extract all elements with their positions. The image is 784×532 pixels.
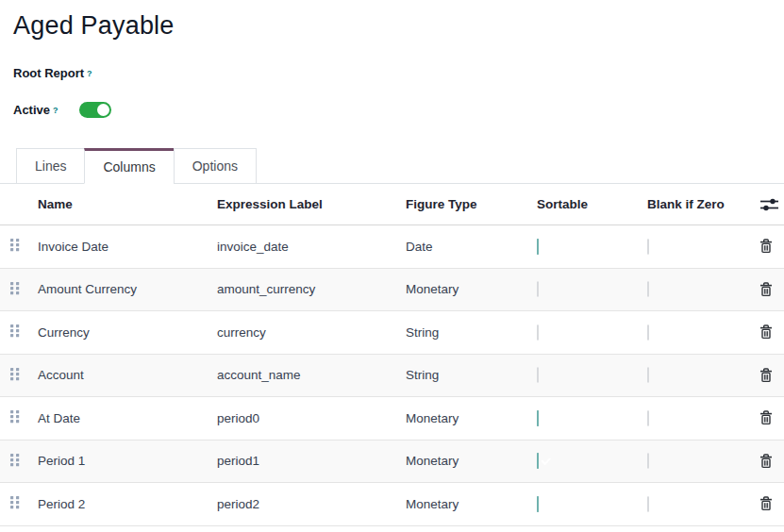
figure-type-cell[interactable]: Monetary bbox=[406, 282, 533, 296]
table-row: Amount Currency amount_currency Monetary bbox=[0, 269, 784, 312]
column-name-cell[interactable]: Period 2 bbox=[38, 497, 217, 511]
header-sortable[interactable]: Sortable bbox=[533, 197, 643, 211]
figure-type-cell[interactable]: String bbox=[406, 368, 533, 382]
root-report-label: Root Report bbox=[13, 66, 84, 80]
tab-lines[interactable]: Lines bbox=[16, 148, 85, 184]
blank-if-zero-checkbox[interactable] bbox=[647, 496, 649, 512]
table-row: Invoice Date invoice_date Date bbox=[0, 225, 784, 269]
delete-row-button[interactable] bbox=[759, 496, 773, 511]
drag-handle-icon[interactable] bbox=[9, 281, 21, 295]
active-label: Active bbox=[13, 103, 50, 117]
delete-row-button[interactable] bbox=[759, 282, 773, 297]
column-name-cell[interactable]: Amount Currency bbox=[38, 282, 217, 296]
sortable-checkbox[interactable] bbox=[537, 410, 539, 426]
expression-label-cell[interactable]: period1 bbox=[217, 454, 406, 468]
expression-label-cell[interactable]: period0 bbox=[217, 411, 406, 425]
sortable-checkbox[interactable] bbox=[537, 453, 539, 469]
table-header-row: Name Expression Label Figure Type Sortab… bbox=[0, 184, 784, 225]
delete-row-button[interactable] bbox=[759, 324, 773, 340]
aged-payable-report-page: Aged Payable Root Report? Active? Lines … bbox=[0, 11, 784, 532]
drag-handle-icon[interactable] bbox=[9, 453, 21, 467]
column-name-cell[interactable]: Period 1 bbox=[38, 454, 217, 468]
blank-if-zero-checkbox[interactable] bbox=[647, 453, 649, 469]
table-row: Account account_name String bbox=[0, 355, 784, 398]
tab-bar: Lines Columns Options bbox=[0, 148, 784, 184]
sortable-checkbox[interactable] bbox=[537, 324, 539, 341]
expression-label-cell[interactable]: currency bbox=[217, 325, 406, 340]
figure-type-cell[interactable]: Monetary bbox=[406, 497, 533, 511]
table-row: Period 1 period1 Monetary bbox=[0, 441, 784, 484]
table-body: Invoice Date invoice_date Date bbox=[0, 225, 784, 526]
expression-label-cell[interactable]: period2 bbox=[217, 497, 406, 511]
trash-icon bbox=[759, 282, 773, 297]
root-report-field: Root Report? bbox=[13, 66, 784, 80]
blank-if-zero-checkbox[interactable] bbox=[647, 367, 649, 383]
blank-if-zero-checkbox[interactable] bbox=[647, 324, 649, 341]
blank-if-zero-checkbox[interactable] bbox=[647, 281, 649, 297]
drag-handle-icon[interactable] bbox=[9, 324, 21, 338]
sortable-checkbox[interactable] bbox=[537, 239, 539, 255]
table-row: At Date period0 Monetary bbox=[0, 397, 784, 441]
toggle-knob bbox=[97, 104, 109, 116]
column-name-cell[interactable]: Account bbox=[38, 368, 217, 382]
figure-type-cell[interactable]: Monetary bbox=[406, 411, 533, 425]
header-figure-type[interactable]: Figure Type bbox=[406, 197, 533, 211]
drag-handle-icon[interactable] bbox=[9, 409, 21, 424]
header-blank-if-zero[interactable]: Blank if Zero bbox=[643, 197, 759, 211]
page-title: Aged Payable bbox=[13, 11, 784, 41]
delete-row-button[interactable] bbox=[759, 454, 773, 469]
trash-icon bbox=[759, 454, 773, 469]
delete-row-button[interactable] bbox=[759, 239, 773, 254]
expression-label-cell[interactable]: invoice_date bbox=[217, 240, 406, 254]
header-name[interactable]: Name bbox=[38, 197, 217, 211]
trash-icon bbox=[759, 324, 773, 340]
column-name-cell[interactable]: Currency bbox=[38, 325, 217, 340]
column-name-cell[interactable]: Invoice Date bbox=[38, 240, 217, 254]
drag-handle-icon[interactable] bbox=[9, 367, 21, 381]
adjust-columns-icon[interactable] bbox=[759, 197, 779, 212]
figure-type-cell[interactable]: Date bbox=[406, 240, 533, 254]
active-help-icon[interactable]: ? bbox=[53, 106, 58, 115]
trash-icon bbox=[759, 496, 773, 511]
blank-if-zero-checkbox[interactable] bbox=[647, 410, 649, 426]
figure-type-cell[interactable]: String bbox=[406, 325, 533, 340]
drag-handle-icon[interactable] bbox=[9, 495, 21, 509]
table-row: Period 2 period2 Monetary bbox=[0, 483, 784, 526]
figure-type-cell[interactable]: Monetary bbox=[406, 454, 533, 468]
column-name-cell[interactable]: At Date bbox=[38, 411, 217, 425]
sortable-checkbox[interactable] bbox=[537, 281, 539, 297]
root-report-help-icon[interactable]: ? bbox=[87, 69, 92, 78]
trash-icon bbox=[759, 368, 773, 383]
delete-row-button[interactable] bbox=[759, 368, 773, 383]
active-field: Active? bbox=[13, 102, 784, 118]
delete-row-button[interactable] bbox=[759, 410, 773, 425]
trash-icon bbox=[759, 410, 773, 425]
tab-options[interactable]: Options bbox=[174, 148, 257, 184]
expression-label-cell[interactable]: amount_currency bbox=[217, 282, 406, 296]
tab-columns[interactable]: Columns bbox=[84, 148, 174, 184]
header-expression-label[interactable]: Expression Label bbox=[217, 197, 406, 211]
sortable-checkbox[interactable] bbox=[537, 496, 539, 512]
active-toggle[interactable] bbox=[79, 102, 111, 118]
sortable-checkbox[interactable] bbox=[537, 367, 539, 383]
table-row: Currency currency String bbox=[0, 311, 784, 355]
trash-icon bbox=[759, 239, 773, 254]
expression-label-cell[interactable]: account_name bbox=[217, 368, 406, 382]
blank-if-zero-checkbox[interactable] bbox=[647, 239, 649, 255]
drag-handle-icon[interactable] bbox=[9, 238, 21, 252]
